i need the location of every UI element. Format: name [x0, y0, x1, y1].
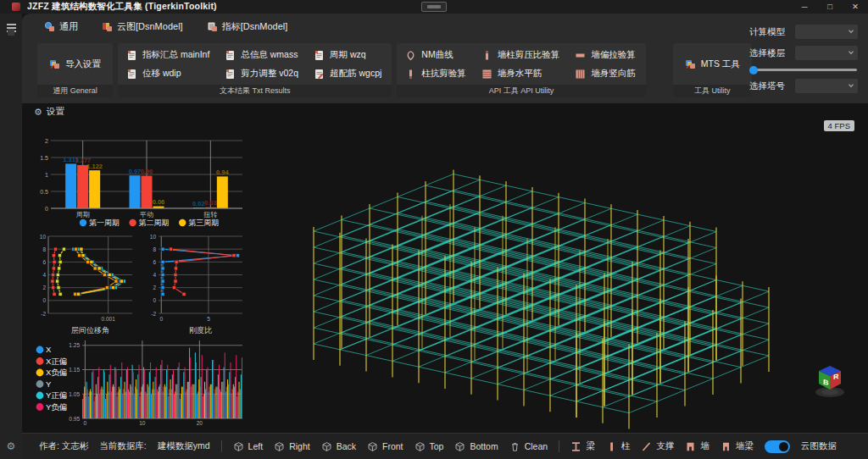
ribbon-group-label: 通用 General — [37, 85, 113, 97]
svg-text:6: 6 — [42, 259, 46, 265]
separator — [221, 440, 222, 452]
database-label: 当前数据库: — [99, 440, 146, 452]
ribbon-tab-2[interactable]: 指标[DsnModel] — [207, 20, 288, 33]
brand-cube-logo: B R — [810, 361, 849, 401]
ribbon-button[interactable]: 导入设置 — [49, 58, 101, 70]
view-right-button-label: Right — [289, 441, 310, 451]
wall-icon — [685, 441, 696, 452]
wall-vbars-icon — [575, 69, 586, 80]
svg-text:20: 20 — [197, 420, 203, 426]
wall-tension-icon — [575, 50, 586, 61]
svg-text:0.03: 0.03 — [204, 199, 217, 207]
svg-text:0.97: 0.97 — [129, 168, 142, 175]
svg-text:0.95: 0.95 — [69, 416, 80, 422]
database-value: 建模数据ymd — [158, 440, 210, 452]
view-left-button[interactable]: Left — [233, 441, 264, 452]
ribbon-button[interactable]: NM曲线 — [405, 49, 466, 61]
window-controls: ─ □ ✕ — [792, 0, 868, 14]
element-toggle-1[interactable]: 柱 — [606, 440, 631, 452]
mts-icon — [685, 58, 696, 69]
cube-icon — [321, 441, 332, 452]
element-toggle-3[interactable]: 墙 — [685, 440, 709, 452]
element-toggle-4[interactable]: 墙梁 — [721, 440, 754, 452]
field-label: 选择楼层 — [749, 47, 795, 59]
select-2[interactable] — [795, 79, 858, 93]
chevron-down-icon — [848, 49, 854, 56]
view-back-button-label: Back — [337, 441, 356, 451]
cube-icon — [233, 441, 244, 452]
settings-button[interactable]: ⚙ 设置 — [34, 106, 64, 118]
element-toggle-0[interactable]: 梁 — [570, 440, 595, 452]
ribbon-button[interactable]: 剪力调整 v02q — [225, 68, 298, 80]
svg-text:0: 0 — [84, 420, 87, 426]
svg-text:0: 0 — [45, 206, 48, 212]
close-button[interactable]: ✕ — [843, 0, 868, 14]
select-0[interactable] — [795, 25, 858, 39]
svg-text:10: 10 — [150, 234, 157, 240]
view-front-button[interactable]: Front — [367, 441, 403, 452]
element-toggle-2[interactable]: 支撑 — [641, 440, 674, 452]
ribbon-button[interactable]: 指标汇总 mainInf — [126, 49, 209, 61]
ribbon-button[interactable]: 墙柱剪压比验算 — [481, 49, 560, 61]
ribbon-button[interactable]: 周期 wzq — [314, 49, 381, 61]
view-right-button[interactable]: Right — [274, 441, 310, 452]
snap-layout-handle[interactable] — [421, 2, 447, 12]
hamburger-menu-icon[interactable] — [7, 24, 16, 32]
beam-icon — [570, 441, 581, 452]
ribbon-groups: 导入设置通用 General指标汇总 mainInf总信息 wmass周期 wz… — [37, 43, 752, 97]
floor-slider[interactable] — [749, 65, 858, 74]
ribbon-button[interactable]: 位移 wdip — [126, 68, 209, 80]
ribbon-button[interactable]: 柱抗剪验算 — [405, 68, 466, 80]
ribbon-button[interactable]: MTS 工具 — [685, 58, 740, 70]
svg-text:第一周期: 第一周期 — [89, 218, 120, 227]
maximize-button[interactable]: □ — [817, 0, 843, 14]
gear-icon[interactable]: ⚙ — [7, 440, 16, 452]
view-top-button[interactable]: Top — [415, 441, 444, 452]
svg-text:6: 6 — [153, 259, 156, 265]
model-3d-viewport[interactable]: 4 FPS B R — [254, 110, 868, 432]
svg-text:0.5: 0.5 — [40, 189, 48, 195]
svg-text:平动: 平动 — [140, 211, 153, 218]
svg-text:0.94: 0.94 — [216, 169, 229, 176]
view-bottom-button[interactable]: Bottom — [454, 441, 498, 452]
view-front-button-label: Front — [382, 441, 403, 451]
tab-cloudmap-icon — [102, 21, 113, 32]
ribbon-button-label: 墙偏拉验算 — [591, 49, 636, 61]
clean-button[interactable]: Clean — [509, 441, 548, 452]
ribbon-button[interactable]: 总信息 wmass — [225, 49, 298, 61]
field-row: 选择楼层 — [749, 46, 858, 60]
window-title: JZFZ 建筑结构数智化工具集 (TigerkinToolkit) — [27, 1, 217, 13]
select-1[interactable] — [795, 46, 858, 60]
ribbon-button-label: 墙柱剪压比验算 — [498, 49, 560, 61]
ribbon-button[interactable]: 超配筋 wgcpj — [314, 68, 381, 80]
cube-icon — [454, 441, 465, 452]
ribbon-tabs: 通用云图[DsnModel]指标[DsnModel] — [22, 14, 868, 37]
statusbar: 作者: 文志彬当前数据库:建模数据ymdLeftRightBackFrontTo… — [22, 433, 868, 459]
ribbon-button-label: 墙身竖向筋 — [591, 68, 636, 80]
ribbon-button[interactable]: 墙身水平筋 — [481, 68, 560, 80]
fps-badge: 4 FPS — [824, 120, 854, 131]
settings-label: 设置 — [47, 106, 64, 118]
chevron-down-icon — [848, 82, 854, 89]
doc-icon — [225, 50, 236, 61]
cloud-data-toggle[interactable] — [765, 440, 790, 453]
ribbon-button[interactable]: 墙身竖向筋 — [575, 68, 636, 80]
cube-icon — [274, 441, 285, 452]
ribbon-group-label: 文本结果 Txt Results — [118, 85, 392, 97]
svg-text:刚度比: 刚度比 — [189, 326, 212, 335]
element-toggle-1-label: 柱 — [621, 440, 631, 452]
minimize-button[interactable]: ─ — [792, 0, 817, 14]
ribbon-button-label: NM曲线 — [421, 49, 453, 61]
periods-bar-chart: 00.511.52周期1.3151.2771.122平动0.970.960.06… — [34, 135, 248, 230]
view-back-button[interactable]: Back — [321, 441, 356, 452]
svg-text:层间位移角: 层间位移角 — [71, 326, 109, 335]
slider-thumb[interactable] — [749, 66, 758, 75]
field-row: 选择塔号 — [749, 79, 858, 93]
ribbon: 通用云图[DsnModel]指标[DsnModel] 导入设置通用 Genera… — [22, 14, 868, 103]
svg-text:周期: 周期 — [76, 211, 90, 218]
wall-beam-icon — [721, 441, 732, 452]
view-left-button-label: Left — [248, 441, 264, 451]
ribbon-tab-0[interactable]: 通用 — [44, 20, 78, 33]
ribbon-button[interactable]: 墙偏拉验算 — [575, 49, 636, 61]
ribbon-tab-1[interactable]: 云图[DsnModel] — [102, 20, 183, 33]
